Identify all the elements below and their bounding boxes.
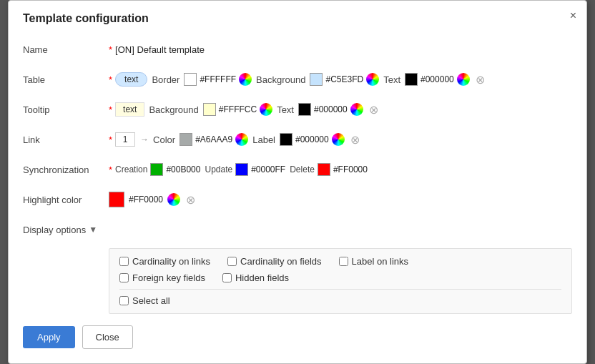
checkbox-label-on-links-label: Label on links [352,256,409,267]
link-label: Link [23,134,109,145]
highlight-color-picker[interactable] [167,193,180,206]
link-color-hex: #A6AAA9 [195,134,232,144]
select-all-checkbox[interactable] [119,296,129,305]
sync-row-content: Creation #00B000 Update #0000FF Delete #… [115,163,368,176]
sync-creation-swatch [150,163,163,176]
link-label-color-display: #000000 [280,133,345,146]
synchronization-label-text: Synchronization [23,164,89,175]
tooltip-background-label: Background [149,104,198,115]
name-label-text: Name [23,44,48,55]
checkbox-hidden-fields[interactable]: Hidden fields [222,272,289,283]
table-text-button[interactable]: text [115,72,147,87]
name-required: * [109,44,112,55]
sync-update-label: Update [205,164,232,174]
link-remove-button[interactable]: ⊗ [349,133,361,147]
checkbox-cardinality-fields[interactable]: Cardinality on fields [227,256,321,267]
highlight-color-row: Highlight color #FF0000 ⊗ [23,188,572,211]
synchronization-label: Synchronization [23,164,109,175]
tooltip-required: * [109,104,112,115]
table-background-color-display: #C5E3FD [310,73,379,86]
sync-creation-label: Creation [115,164,147,174]
tooltip-row: Tooltip * text Background #FFFFCC Text #… [23,98,572,121]
checkbox-foreign-key-fields-label: Foreign key fields [132,272,205,283]
sync-creation-hex: #00B000 [166,164,200,174]
link-color-label: Color [153,134,175,145]
highlight-color-swatch [109,192,124,207]
checkbox-cardinality-links-input[interactable] [119,257,129,266]
table-text-color-picker[interactable] [457,73,470,86]
dialog-close-button[interactable]: × [570,9,576,22]
name-value: [ON] Default template [115,44,205,55]
link-label-hex: #000000 [295,134,329,144]
tooltip-remove-button[interactable]: ⊗ [368,103,380,117]
link-arrow-icon: → [140,134,149,144]
sync-delete-hex: #FF0000 [333,164,368,174]
sync-delete-item: Delete #FF0000 [290,163,368,176]
table-remove-button[interactable]: ⊗ [474,73,486,87]
table-background-color-picker[interactable] [366,73,379,86]
checkbox-cardinality-links-label: Cardinality on links [132,256,210,267]
display-options-label-text: Display options ▼ [23,225,109,235]
checkbox-label-on-links-input[interactable] [339,257,348,266]
sync-required: * [109,164,112,175]
display-options-label-container: Display options ▼ [23,225,109,235]
checkbox-hidden-fields-label: Hidden fields [235,272,289,283]
dialog-footer: Apply Close [23,325,572,349]
tooltip-label-text: Tooltip [23,104,50,115]
tooltip-text-hex: #000000 [314,104,348,114]
checkbox-cardinality-fields-label: Cardinality on fields [240,256,321,267]
table-row: Table * text Border #FFFFFF Background #… [23,68,572,91]
link-color-picker[interactable] [235,133,248,146]
display-options-text: Display options [23,225,86,235]
tooltip-background-hex: #FFFFCC [219,104,257,114]
table-background-hex: #C5E3FD [325,74,363,84]
checkbox-foreign-key-fields-input[interactable] [119,273,129,282]
select-all-label: Select all [132,295,170,306]
table-border-color-picker[interactable] [239,73,252,86]
tooltip-text-color-picker[interactable] [350,103,363,116]
synchronization-row: Synchronization * Creation #00B000 Updat… [23,158,572,181]
checkbox-cardinality-fields-input[interactable] [227,257,237,266]
table-label: Table [23,74,109,85]
checkbox-cardinality-links[interactable]: Cardinality on links [119,256,210,267]
template-config-dialog: Template configuration × Name * [ON] Def… [8,0,587,364]
tooltip-text-button[interactable]: text [115,102,144,117]
tooltip-background-color-picker[interactable] [260,103,272,116]
table-row-content: text Border #FFFFFF Background #C5E3FD T… [115,72,486,87]
chevron-down-icon: ▼ [89,225,97,235]
checkbox-label-on-links[interactable]: Label on links [339,256,409,267]
link-label-color-picker[interactable] [332,133,345,146]
sync-delete-label: Delete [290,164,315,174]
highlight-color-content: #FF0000 ⊗ [109,192,197,207]
sync-update-item: Update #0000FF [205,163,285,176]
display-options-checkboxes: Cardinality on links Cardinality on fiel… [109,248,572,314]
tooltip-label: Tooltip [23,104,109,115]
checkbox-foreign-key-fields[interactable]: Foreign key fields [119,272,205,283]
tooltip-text-color-display: #000000 [298,103,363,116]
sync-delete-swatch [318,163,330,176]
link-number: 1 [115,132,135,147]
table-border-color-display: #FFFFFF [184,73,252,86]
highlight-color-hex: #FF0000 [129,195,163,205]
highlight-color-label: Highlight color [23,195,109,205]
table-required: * [109,74,112,85]
table-background-swatch [310,73,323,86]
close-button[interactable]: Close [82,325,133,349]
table-text-swatch [405,73,418,86]
table-text-color-display: #000000 [405,73,470,86]
dialog-title: Template configuration [23,12,572,25]
tooltip-background-color-display: #FFFFCC [203,103,272,116]
checkbox-hidden-fields-input[interactable] [222,273,232,282]
sync-update-hex: #0000FF [251,164,285,174]
tooltip-background-swatch [203,103,216,116]
link-row: Link * 1 → Color #A6AAA9 Label #000000 ⊗ [23,128,572,151]
checkbox-row-1: Cardinality on links Cardinality on fiel… [119,256,561,267]
name-row: Name * [ON] Default template [23,38,572,61]
highlight-color-remove-button[interactable]: ⊗ [185,193,197,207]
name-label: Name [23,44,109,55]
table-background-label: Background [256,74,305,85]
apply-button[interactable]: Apply [23,326,75,348]
table-label-text: Table [23,74,45,85]
tooltip-row-content: text Background #FFFFCC Text #000000 ⊗ [115,102,380,117]
link-color-display: #A6AAA9 [180,133,248,146]
